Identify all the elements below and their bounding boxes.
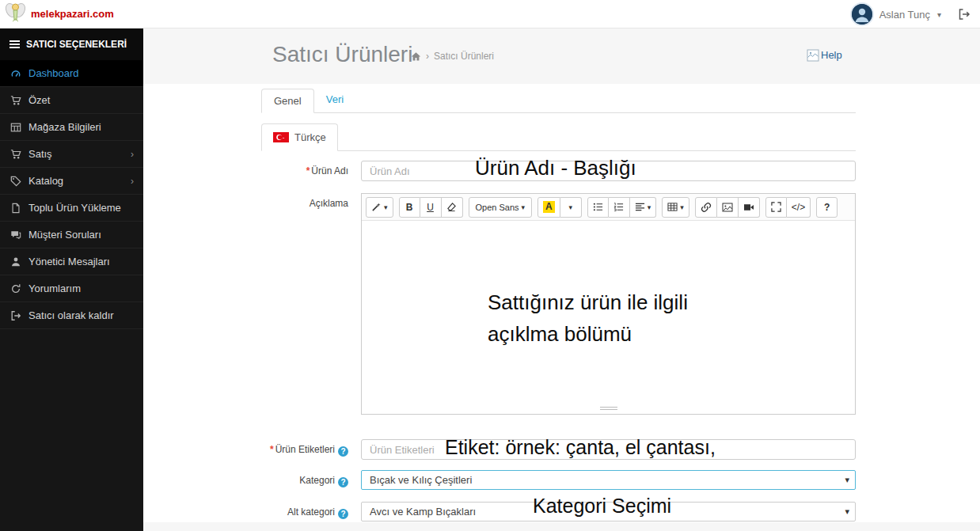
ordered-list-button[interactable] — [609, 197, 630, 218]
form-row-subcategory: Alt kategori? Avcı ve Kamp Bıçakları ▾ — [261, 502, 856, 522]
hamburger-icon — [9, 39, 20, 50]
tab-veri[interactable]: Veri — [314, 88, 355, 112]
chevron-down-icon: ▾ — [845, 475, 849, 485]
tab-turkce[interactable]: Türkçe — [261, 123, 338, 151]
link-button[interactable] — [695, 197, 717, 218]
chevron-down-icon[interactable]: ▾ — [937, 10, 941, 19]
form-row-product-name: *Ürün Adı — [261, 161, 856, 181]
editor-help-button[interactable]: ? — [816, 197, 838, 218]
chevron-right-icon: › — [131, 149, 134, 160]
sidebar-header-label: SATICI SEÇENEKLERİ — [26, 39, 127, 50]
page-title: Satıcı Ürünleri — [272, 42, 412, 67]
help-link[interactable]: Help — [807, 49, 842, 62]
editor-toolbar: ▾ B U Open Sans ▾ — [362, 194, 855, 221]
table-button[interactable]: ▾ — [662, 197, 689, 218]
chevron-down-icon: ▾ — [680, 203, 684, 211]
chevron-down-icon: ▾ — [384, 203, 388, 211]
broken-image-icon — [807, 49, 819, 62]
required-asterisk: * — [306, 165, 310, 176]
category-select[interactable]: Bıçak ve Kılıç Çeşitleri ▾ — [361, 470, 856, 490]
help-tooltip-icon[interactable]: ? — [338, 477, 348, 487]
bold-button[interactable]: B — [399, 197, 420, 218]
breadcrumb-current[interactable]: Satıcı Ürünleri — [434, 51, 494, 62]
avatar[interactable] — [852, 4, 872, 25]
sidebar-item-dashboard[interactable]: Dashboard — [0, 60, 143, 87]
comments-icon — [9, 229, 21, 241]
product-name-input[interactable] — [361, 161, 856, 181]
refresh-icon — [9, 283, 21, 294]
sidebar-item-toplu-urun-yukleme[interactable]: Toplu Ürün Yükleme — [0, 195, 143, 222]
chevron-right-icon: › — [131, 176, 134, 187]
breadcrumb-separator: › — [426, 51, 429, 62]
font-family-button[interactable]: Open Sans ▾ — [469, 197, 533, 218]
product-tags-label: *Ürün Etiketleri? — [261, 439, 361, 460]
product-name-label: *Ürün Adı — [261, 161, 361, 181]
sidebar-item-label: Mağaza Bilgileri — [28, 121, 101, 133]
user-menu[interactable]: Aslan Tunç — [879, 9, 930, 21]
logout-icon[interactable] — [958, 8, 971, 21]
help-tooltip-icon[interactable]: ? — [338, 509, 348, 519]
tab-genel[interactable]: Genel — [261, 89, 314, 113]
category-label: Kategori? — [261, 470, 361, 490]
description-label: Açıklama — [261, 193, 361, 415]
help-label: Help — [821, 49, 842, 61]
sidebar-item-musteri-sorulari[interactable]: Müşteri Soruları — [0, 222, 143, 248]
sidebar-item-label: Müşteri Soruları — [28, 229, 101, 241]
main-content: Satıcı Ürünleri › Satıcı Ürünleri Help G… — [143, 28, 980, 531]
logo[interactable]: melekpazari.com — [3, 1, 114, 26]
code-view-button[interactable]: </> — [787, 197, 811, 218]
sidebar-header: SATICI SEÇENEKLERİ — [0, 28, 143, 60]
user-icon — [9, 256, 21, 267]
sidebar-item-yonetici-mesajlari[interactable]: Yönetici Mesajları — [0, 248, 143, 275]
sidebar-item-satici-olarak-kaldir[interactable]: Satıcı olarak kaldır — [0, 302, 143, 329]
product-tags-input[interactable] — [361, 439, 856, 460]
sidebar-item-label: Özet — [28, 94, 50, 106]
underline-button[interactable]: U — [420, 197, 442, 218]
cart-icon — [9, 149, 21, 160]
style-magic-button[interactable]: ▾ — [366, 197, 393, 218]
chevron-down-icon: ▾ — [569, 203, 573, 211]
unordered-list-button[interactable] — [587, 197, 609, 218]
paragraph-align-button[interactable]: ▾ — [630, 197, 657, 218]
eraser-button[interactable] — [442, 197, 463, 218]
chevron-down-icon: ▾ — [845, 506, 849, 517]
tab-bar: Genel Veri — [261, 88, 856, 113]
signout-icon — [9, 310, 21, 321]
help-tooltip-icon[interactable]: ? — [338, 446, 348, 457]
topbar: melekpazari.com Aslan Tunç ▾ — [0, 0, 980, 28]
cart-icon — [9, 95, 21, 106]
description-editing-area[interactable] — [362, 221, 855, 406]
language-tab-bar: Türkçe — [261, 123, 856, 151]
sidebar: SATICI SEÇENEKLERİ Dashboard Özet Mağaza… — [0, 28, 143, 531]
home-icon[interactable] — [411, 51, 421, 62]
fullscreen-button[interactable] — [765, 197, 787, 218]
sidebar-item-label: Yorumlarım — [28, 283, 81, 294]
chevron-down-icon: ▾ — [648, 203, 651, 211]
sidebar-item-label: Dashboard — [28, 67, 79, 79]
turkish-flag-icon — [273, 132, 289, 142]
logo-text: melekpazari.com — [31, 8, 114, 20]
editor-resize-handle[interactable] — [600, 405, 617, 412]
table-icon — [9, 122, 21, 133]
sidebar-item-label: Toplu Ürün Yükleme — [28, 202, 121, 214]
font-color-dropdown-button[interactable]: ▾ — [560, 197, 582, 218]
category-select-value: Bıçak ve Kılıç Çeşitleri — [370, 474, 472, 486]
sidebar-item-satis[interactable]: Satış › — [0, 141, 143, 168]
user-area: Aslan Tunç ▾ — [852, 0, 971, 28]
font-color-button[interactable]: A — [537, 197, 560, 218]
language-tab-label: Türkçe — [294, 131, 326, 143]
sidebar-item-magaza-bilgileri[interactable]: Mağaza Bilgileri — [0, 114, 143, 141]
form-row-product-tags: *Ürün Etiketleri? — [261, 439, 856, 460]
subcategory-select[interactable]: Avcı ve Kamp Bıçakları ▾ — [361, 502, 856, 522]
breadcrumb: › Satıcı Ürünleri — [411, 51, 494, 62]
video-button[interactable] — [739, 197, 760, 218]
required-asterisk: * — [270, 444, 274, 455]
sidebar-item-yorumlarim[interactable]: Yorumlarım — [0, 275, 143, 302]
picture-button[interactable] — [717, 197, 739, 218]
sidebar-item-label: Satış — [28, 148, 52, 160]
sidebar-item-label: Satıcı olarak kaldır — [28, 309, 114, 321]
sidebar-item-ozet[interactable]: Özet — [0, 87, 143, 114]
sidebar-item-katalog[interactable]: Katalog › — [0, 168, 143, 195]
form-row-description: Açıklama ▾ B U — [261, 193, 856, 415]
sidebar-item-label: Yönetici Mesajları — [28, 256, 110, 267]
